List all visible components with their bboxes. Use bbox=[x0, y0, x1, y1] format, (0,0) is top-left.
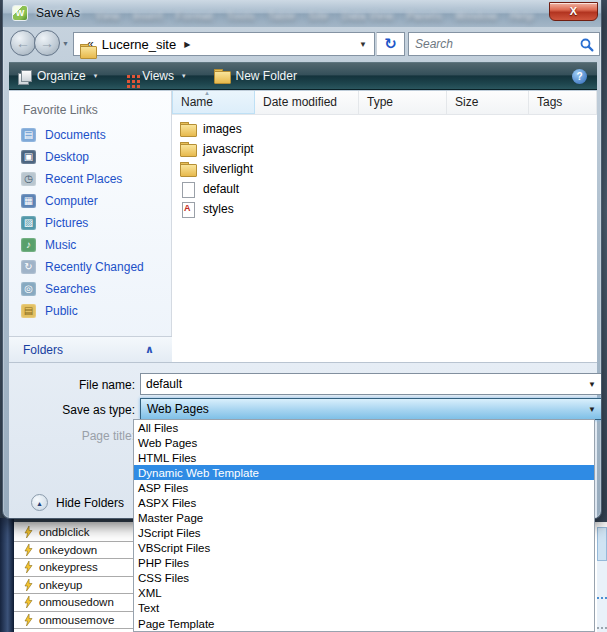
breadcrumb[interactable]: « Lucerne_site ▶ ▼ bbox=[73, 32, 375, 56]
search-input[interactable] bbox=[415, 35, 573, 53]
file-name-combobox[interactable]: ▼ bbox=[140, 373, 602, 395]
event-handler-label: onmousemove bbox=[39, 614, 114, 626]
folder-icon bbox=[180, 142, 196, 156]
dropdown-option[interactable]: JScript Files bbox=[134, 526, 594, 541]
dropdown-option[interactable]: XML bbox=[134, 586, 594, 601]
sidebar-link[interactable]: ◷ Recent Places bbox=[9, 168, 172, 190]
dropdown-option[interactable]: Text bbox=[134, 601, 594, 616]
sidebar-link[interactable]: ◎ Searches bbox=[9, 278, 172, 300]
event-handler-label: onkeyup bbox=[39, 579, 82, 591]
combo-dropdown-arrow-icon[interactable]: ▼ bbox=[588, 380, 596, 389]
dropdown-option[interactable]: VBScript Files bbox=[134, 541, 594, 556]
views-button[interactable]: Views ▾ bbox=[116, 64, 194, 88]
file-row[interactable]: images bbox=[172, 119, 597, 139]
sidebar-link[interactable]: ▣ Desktop bbox=[9, 146, 172, 168]
dropdown-option[interactable]: All Files bbox=[134, 420, 594, 435]
dropdown-option[interactable]: Page Template bbox=[134, 616, 594, 631]
dropdown-option-label: JScript Files bbox=[138, 527, 201, 539]
sidebar-link[interactable]: ♪ Music bbox=[9, 234, 172, 256]
dropdown-option[interactable]: Web Pages bbox=[134, 435, 594, 450]
file-row[interactable]: javascript bbox=[172, 139, 597, 159]
event-handler-row[interactable]: onkeydown bbox=[14, 542, 133, 560]
desktop-icon: ▣ bbox=[21, 150, 36, 164]
event-handler-label: onkeypress bbox=[39, 561, 98, 573]
file-name-label: images bbox=[203, 122, 242, 136]
close-button[interactable]: X bbox=[549, 2, 598, 21]
sidebar-link[interactable]: ▦ Computer bbox=[9, 190, 172, 212]
dropdown-option[interactable]: PHP Files bbox=[134, 556, 594, 571]
event-handlers-panel: ondblclick onkeydown onkeypress onkeyup … bbox=[14, 524, 134, 632]
breadcrumb-current-folder[interactable]: Lucerne_site bbox=[102, 37, 176, 52]
event-handler-row[interactable]: onmousemove bbox=[14, 612, 133, 630]
save-as-type-dropdown-list: All Files Web Pages HTML Files Dynamic W… bbox=[133, 419, 595, 632]
event-handler-row[interactable]: onkeyup bbox=[14, 577, 133, 595]
dropdown-option-label: CSS Files bbox=[138, 572, 189, 584]
dropdown-option[interactable]: ASP Files bbox=[134, 480, 594, 495]
column-header[interactable]: Size bbox=[447, 91, 529, 114]
file-name-label: javascript bbox=[203, 142, 254, 156]
column-header[interactable]: Name bbox=[172, 91, 255, 114]
combo-dropdown-arrow-icon[interactable]: ▼ bbox=[588, 405, 596, 414]
file-row[interactable]: silverlight bbox=[172, 159, 597, 179]
sidebar-link-label: Recently Changed bbox=[45, 260, 144, 274]
recent-pages-chevron-icon[interactable]: ▼ bbox=[62, 40, 69, 47]
dropdown-option-label: XML bbox=[138, 587, 162, 599]
organize-button[interactable]: Organize ▾ bbox=[9, 64, 106, 88]
dropdown-option-label: VBScript Files bbox=[138, 542, 210, 554]
blurred-menu-item: Panels bbox=[407, 10, 442, 22]
sidebar-link[interactable]: ↻ Recently Changed bbox=[9, 256, 172, 278]
search-icon bbox=[580, 38, 594, 52]
blurred-menu-item: Help bbox=[510, 10, 534, 22]
sidebar-link[interactable]: ▨ Pictures bbox=[9, 212, 172, 234]
chevron-down-icon: ▾ bbox=[94, 72, 98, 80]
dropdown-option[interactable]: HTML Files bbox=[134, 450, 594, 465]
sidebar-link-label: Desktop bbox=[45, 150, 89, 164]
favorite-links-heading: Favorite Links bbox=[23, 103, 98, 117]
sidebar-link[interactable]: ▤ Documents bbox=[9, 124, 172, 146]
dropdown-option[interactable]: Master Page bbox=[134, 510, 594, 525]
column-header-label: Type bbox=[367, 95, 393, 109]
event-handler-row[interactable]: onkeypress bbox=[14, 559, 133, 577]
file-name-input[interactable] bbox=[146, 376, 566, 392]
event-handler-row[interactable]: ondblclick bbox=[14, 524, 133, 542]
column-header[interactable]: Date modified bbox=[255, 91, 359, 114]
dropdown-option-label: Web Pages bbox=[138, 437, 197, 449]
dialog-titlebar[interactable]: ViewInsertFormatToolsTableSiteData ViewP… bbox=[3, 0, 601, 27]
expression-web-app-icon: W bbox=[12, 5, 28, 21]
sort-ascending-icon: ▲ bbox=[204, 90, 210, 96]
refresh-button[interactable]: ↻ bbox=[376, 32, 405, 56]
column-header-label: Size bbox=[455, 95, 478, 109]
sidebar-link[interactable]: ▤ Public bbox=[9, 300, 172, 322]
new-folder-button[interactable]: New Folder bbox=[205, 64, 306, 88]
dropdown-option[interactable]: CSS Files bbox=[134, 571, 594, 586]
dropdown-option[interactable]: Dynamic Web Template bbox=[134, 465, 594, 480]
breadcrumb-expand-arrow-icon[interactable]: ▶ bbox=[184, 40, 190, 49]
dialog-title: Save As bbox=[36, 6, 80, 20]
hide-folders-button[interactable]: ▲ Hide Folders bbox=[31, 494, 124, 511]
column-header[interactable]: Tags bbox=[529, 91, 597, 114]
page-title-label: Page title: bbox=[9, 429, 135, 443]
help-button[interactable]: ? bbox=[572, 69, 587, 84]
file-name-label: styles bbox=[203, 202, 234, 216]
dropdown-option[interactable]: ASPX Files bbox=[134, 495, 594, 510]
documents-icon: ▤ bbox=[21, 128, 36, 142]
back-button[interactable]: ← bbox=[10, 30, 36, 56]
dropdown-option-label: Dynamic Web Template bbox=[138, 467, 259, 479]
command-toolbar: Organize ▾ Views ▾ New Folder ? bbox=[9, 62, 597, 90]
file-row[interactable]: styles bbox=[172, 199, 597, 219]
page-icon bbox=[180, 182, 196, 196]
file-row[interactable]: default bbox=[172, 179, 597, 199]
event-handler-row[interactable]: onmousedown bbox=[14, 594, 133, 612]
public-icon: ▤ bbox=[21, 304, 36, 318]
address-dropdown-arrow-icon[interactable]: ▼ bbox=[359, 40, 367, 49]
save-as-type-combobox[interactable]: Web Pages ▼ bbox=[140, 398, 602, 420]
dropdown-option-label: HTML Files bbox=[138, 452, 196, 464]
save-as-type-value: Web Pages bbox=[147, 402, 209, 416]
folder-icon bbox=[180, 162, 196, 176]
folders-expander[interactable]: Folders ∧ bbox=[9, 336, 172, 362]
new-folder-icon bbox=[214, 69, 230, 83]
forward-button[interactable]: → bbox=[34, 30, 60, 56]
lightning-bolt-icon bbox=[24, 561, 33, 573]
blurred-menu-item: View bbox=[95, 10, 120, 22]
column-header[interactable]: Type bbox=[359, 91, 447, 114]
